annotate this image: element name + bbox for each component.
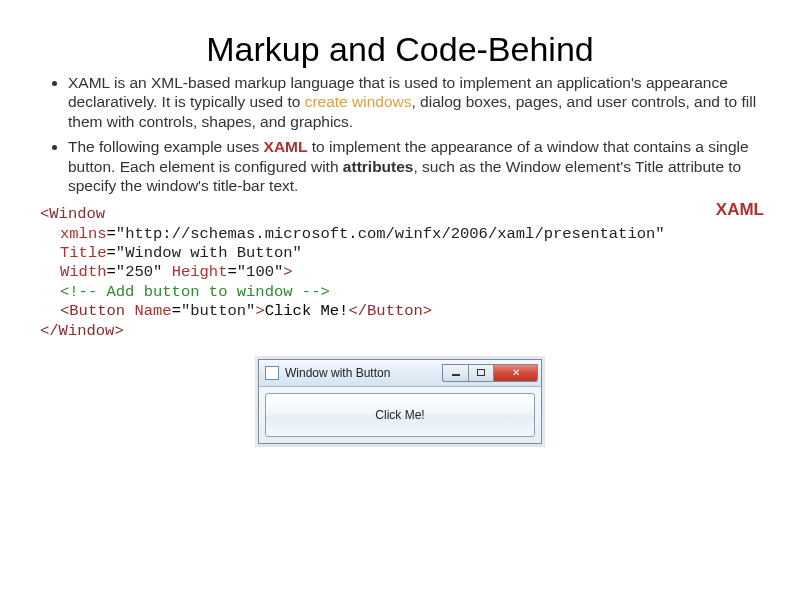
code-line-6: <Button Name="button">Click Me!</Button> (40, 302, 760, 321)
create-windows-link[interactable]: create windows (305, 93, 412, 110)
window-buttons: ✕ (442, 364, 538, 382)
minimize-icon (452, 374, 460, 376)
click-me-button[interactable]: Click Me! (265, 393, 535, 437)
window-body: Click Me! (259, 387, 541, 443)
minimize-button[interactable] (442, 364, 468, 382)
xaml-keyword: XAML (264, 138, 308, 155)
code-line-3: Title="Window with Button" (40, 244, 760, 263)
code-block: XAML <Window xmlns="http://schemas.micro… (40, 205, 760, 341)
example-window: Window with Button ✕ Click Me! (258, 359, 542, 444)
bullet-list: XAML is an XML-based markup language tha… (40, 73, 760, 195)
attributes-keyword: attributes (343, 158, 414, 175)
code-line-5: <!-- Add button to window --> (40, 283, 760, 302)
slide-title: Markup and Code-Behind (40, 30, 760, 69)
close-button[interactable]: ✕ (494, 364, 538, 382)
close-icon: ✕ (512, 367, 520, 378)
maximize-button[interactable] (468, 364, 494, 382)
code-line-1: <Window (40, 205, 760, 224)
code-line-4: Width="250" Height="100"> (40, 263, 760, 282)
window-icon (265, 366, 279, 380)
bullet-2-text-pre: The following example uses (68, 138, 264, 155)
window-title-text: Window with Button (285, 366, 442, 380)
xaml-language-label: XAML (716, 199, 764, 220)
bullet-2: The following example uses XAML to imple… (68, 137, 760, 195)
code-line-7: </Window> (40, 322, 760, 341)
maximize-icon (477, 369, 485, 376)
bullet-1: XAML is an XML-based markup language tha… (68, 73, 760, 131)
window-titlebar[interactable]: Window with Button ✕ (259, 360, 541, 387)
code-line-2: xmlns="http://schemas.microsoft.com/winf… (40, 225, 760, 244)
